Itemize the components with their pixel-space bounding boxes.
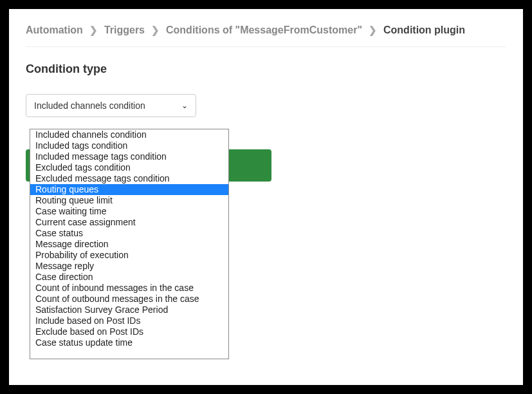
- breadcrumb-item-automation[interactable]: Automation: [26, 24, 83, 36]
- page-title: Condition type: [26, 62, 506, 76]
- chevron-right-icon: ❯: [151, 24, 160, 36]
- dropdown-option[interactable]: Include based on Post IDs: [30, 315, 228, 326]
- breadcrumb-current: Condition plugin: [383, 24, 465, 36]
- dropdown-option[interactable]: Probability of execution: [30, 250, 228, 261]
- window: Automation ❯ Triggers ❯ Conditions of "M…: [9, 9, 523, 385]
- dropdown-option[interactable]: Case waiting time: [30, 206, 228, 217]
- breadcrumb-item-conditions[interactable]: Conditions of "MessageFromCustomer": [166, 24, 362, 36]
- chevron-down-icon: ⌄: [181, 101, 188, 110]
- dropdown-option[interactable]: Satisfaction Survey Grace Period: [30, 305, 228, 315]
- select-wrap: Included channels condition ⌄: [26, 94, 196, 117]
- dropdown-option[interactable]: Message direction: [30, 239, 228, 250]
- condition-type-dropdown[interactable]: Included channels conditionIncluded tags…: [30, 129, 229, 359]
- chevron-right-icon: ❯: [89, 24, 98, 36]
- dropdown-option[interactable]: Case status: [30, 228, 228, 239]
- dropdown-option[interactable]: Included tags condition: [30, 140, 228, 151]
- dropdown-option[interactable]: Current case assignment: [30, 217, 228, 228]
- dropdown-option[interactable]: Included message tags condition: [30, 151, 228, 162]
- chevron-right-icon: ❯: [369, 24, 377, 36]
- dropdown-option[interactable]: Count of outbound messages in the case: [30, 294, 228, 305]
- dropdown-option[interactable]: Routing queue limit: [30, 195, 228, 206]
- dropdown-option[interactable]: Routing queues: [30, 184, 228, 195]
- dropdown-option[interactable]: Message reply: [30, 261, 228, 272]
- dropdown-option[interactable]: Exclude based on Post IDs: [30, 326, 228, 337]
- breadcrumb: Automation ❯ Triggers ❯ Conditions of "M…: [26, 24, 506, 47]
- dropdown-option[interactable]: Excluded message tags condition: [30, 173, 228, 184]
- dropdown-option[interactable]: Excluded tags condition: [30, 162, 228, 173]
- dropdown-option[interactable]: Case status update time: [30, 337, 228, 348]
- dropdown-option[interactable]: Count of inbound messages in the case: [30, 283, 228, 294]
- condition-type-select[interactable]: Included channels condition ⌄: [26, 94, 196, 117]
- dropdown-option[interactable]: Case direction: [30, 272, 228, 283]
- select-value: Included channels condition: [34, 100, 145, 111]
- breadcrumb-item-triggers[interactable]: Triggers: [104, 24, 145, 36]
- dropdown-option[interactable]: Included channels condition: [30, 129, 228, 140]
